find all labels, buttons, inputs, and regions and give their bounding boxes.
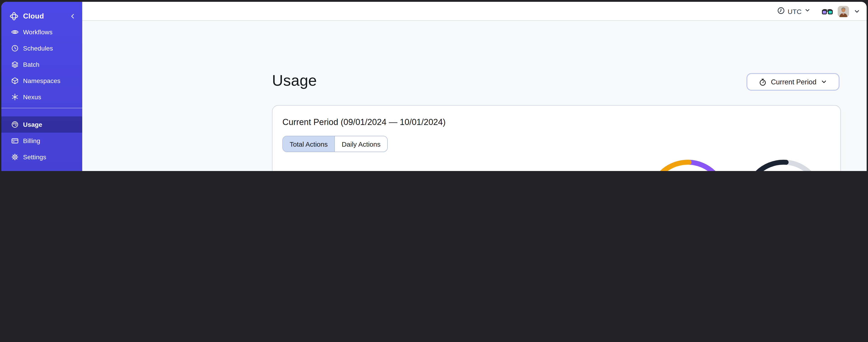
sidebar-item-namespaces[interactable]: Namespaces xyxy=(1,73,82,89)
bar-chart-row: Activities 900,000 xyxy=(282,166,639,171)
namespaces-box-icon xyxy=(11,77,19,85)
usage-gauge-icon xyxy=(11,121,19,129)
glasses-icon[interactable] xyxy=(822,8,833,15)
sidebar-item-schedules[interactable]: Schedules xyxy=(1,40,82,57)
bar-fill xyxy=(323,171,566,171)
total-storage-donut: 0 GB/Day Total Storage xyxy=(742,158,826,171)
chevron-down-icon xyxy=(820,78,827,85)
timezone-dropdown[interactable]: UTC xyxy=(777,6,811,16)
bar-track xyxy=(323,171,594,171)
main-content: Usage Current Period Current Period (09/… xyxy=(82,21,867,171)
sidebar-item-label: Namespaces xyxy=(23,77,60,84)
tab-daily-actions[interactable]: Daily Actions xyxy=(335,136,387,151)
sidebar-item-settings[interactable]: Settings xyxy=(1,149,82,165)
topbar: UTC xyxy=(82,2,867,21)
sidebar-item-workflows[interactable]: Workflows xyxy=(1,24,82,40)
batch-layers-icon xyxy=(11,61,19,69)
sidebar-item-label: Batch xyxy=(23,61,39,68)
timezone-label: UTC xyxy=(787,7,802,15)
sidebar-item-label: Usage xyxy=(23,121,42,128)
billing-card-icon xyxy=(11,137,19,145)
screen: Cloud Workflows Schedules Batch Namespac… xyxy=(0,0,868,171)
sidebar-item-label: Nexus xyxy=(23,93,41,101)
stopwatch-icon xyxy=(758,78,767,86)
brand-label: Cloud xyxy=(23,12,69,20)
settings-gear-icon xyxy=(11,153,19,161)
sidebar-nav: Workflows Schedules Batch Namespaces Nex… xyxy=(1,24,82,171)
sidebar: Cloud Workflows Schedules Batch Namespac… xyxy=(1,2,82,171)
sidebar-brand[interactable]: Cloud xyxy=(1,10,82,23)
bar-category-label: Activities xyxy=(282,169,321,171)
card-title: Current Period (09/01/2024 — 10/01/2024) xyxy=(282,117,445,127)
sidebar-item-label: Schedules xyxy=(23,45,53,52)
schedules-clock-icon xyxy=(11,44,19,52)
tab-total-actions[interactable]: Total Actions xyxy=(283,136,335,151)
period-selector-button[interactable]: Current Period xyxy=(746,73,840,91)
user-avatar[interactable] xyxy=(838,6,849,17)
actions-bar-chart: Activities 900,000 Queries 5,000 Signals… xyxy=(282,166,639,171)
sidebar-item-nexus[interactable]: Nexus xyxy=(1,89,82,105)
clock-icon xyxy=(777,6,785,16)
actions-view-toggle: Total Actions Daily Actions xyxy=(282,136,388,152)
temporal-logo-icon xyxy=(9,11,19,21)
nexus-asterisk-icon xyxy=(11,93,19,101)
sidebar-item-label: Billing xyxy=(23,137,40,144)
chevron-left-icon[interactable] xyxy=(69,12,77,20)
bar-value: 900,000 xyxy=(598,169,630,171)
sidebar-item-batch[interactable]: Batch xyxy=(1,57,82,73)
sidebar-item-label: Settings xyxy=(23,153,46,161)
sidebar-item-usage[interactable]: Usage xyxy=(1,116,82,133)
sidebar-item-label: Workflows xyxy=(23,28,53,36)
app-window: Cloud Workflows Schedules Batch Namespac… xyxy=(1,2,867,171)
period-selector-label: Current Period xyxy=(771,78,816,86)
page-title: Usage xyxy=(272,72,317,89)
usage-summary-card: Current Period (09/01/2024 — 10/01/2024)… xyxy=(272,105,841,171)
account-menu-chevron[interactable] xyxy=(854,8,860,15)
workflows-eye-icon xyxy=(11,28,19,36)
sidebar-item-billing[interactable]: Billing xyxy=(1,133,82,149)
total-actions-donut: 4.7 MM Total Actions xyxy=(646,158,730,171)
chevron-down-icon xyxy=(804,7,811,15)
